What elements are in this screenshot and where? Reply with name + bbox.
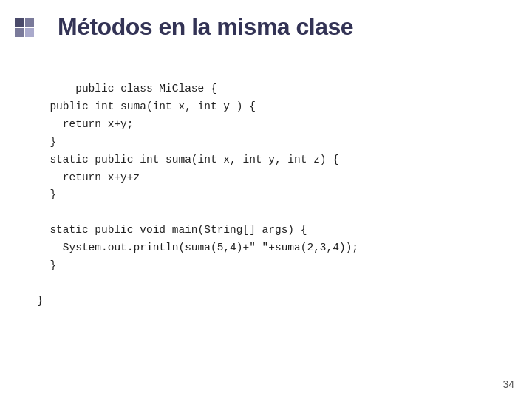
accent-squares [15, 18, 34, 37]
code-line-1: public class MiClase { [75, 83, 216, 95]
code-line-10: } [37, 259, 56, 271]
code-line-8: static public void main(String[] args) { [37, 224, 307, 236]
accent-sq-3 [15, 28, 24, 37]
code-line-11: } [37, 295, 44, 307]
header: Métodos en la misma clase [0, 0, 532, 48]
slide-number: 34 [502, 378, 514, 390]
content-area: public class MiClase { public int suma(i… [0, 48, 532, 399]
title-accent [15, 18, 44, 37]
code-line-6: return x+y+z [37, 171, 140, 183]
accent-sq-4 [25, 28, 34, 37]
slide: Métodos en la misma clase public class M… [0, 0, 532, 399]
code-line-3: return x+y; [37, 118, 134, 130]
code-line-9: System.out.println(suma(5,4)+" "+suma(2,… [37, 242, 358, 253]
accent-sq-1 [15, 18, 24, 27]
code-line-4: } [37, 136, 56, 148]
code-block: public class MiClase { public int suma(i… [37, 63, 502, 328]
code-line-5: static public int suma(int x, int y, int… [37, 154, 339, 166]
code-line-2: public int suma(int x, int y ) { [37, 100, 256, 112]
code-line-7: } [37, 188, 56, 200]
accent-sq-2 [25, 18, 34, 27]
slide-title: Métodos en la misma clase [58, 13, 353, 41]
